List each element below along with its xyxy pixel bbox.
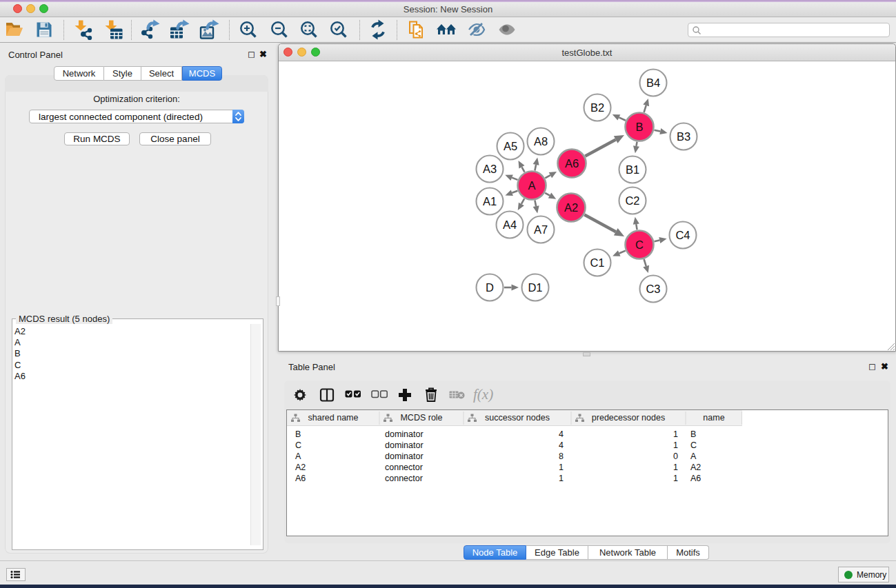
svg-text:B: B bbox=[635, 121, 643, 133]
svg-text:A2: A2 bbox=[564, 201, 578, 214]
svg-text:C4: C4 bbox=[675, 229, 690, 241]
svg-text:A4: A4 bbox=[503, 219, 517, 231]
svg-text:A1: A1 bbox=[483, 195, 497, 207]
svg-text:A3: A3 bbox=[483, 163, 497, 175]
svg-text:C2: C2 bbox=[625, 194, 639, 207]
svg-text:A7: A7 bbox=[534, 223, 548, 236]
svg-text:A: A bbox=[528, 179, 535, 192]
svg-text:C: C bbox=[635, 239, 644, 251]
svg-text:A6: A6 bbox=[565, 157, 579, 170]
svg-text:A8: A8 bbox=[534, 135, 548, 148]
svg-text:A5: A5 bbox=[504, 140, 517, 152]
svg-text:B2: B2 bbox=[590, 101, 604, 114]
svg-text:D1: D1 bbox=[528, 281, 542, 294]
svg-text:B3: B3 bbox=[677, 130, 690, 143]
svg-text:C3: C3 bbox=[646, 283, 660, 295]
svg-text:B1: B1 bbox=[626, 163, 639, 176]
svg-text:D: D bbox=[486, 281, 494, 294]
svg-text:B4: B4 bbox=[646, 77, 660, 89]
svg-text:C1: C1 bbox=[590, 256, 604, 269]
